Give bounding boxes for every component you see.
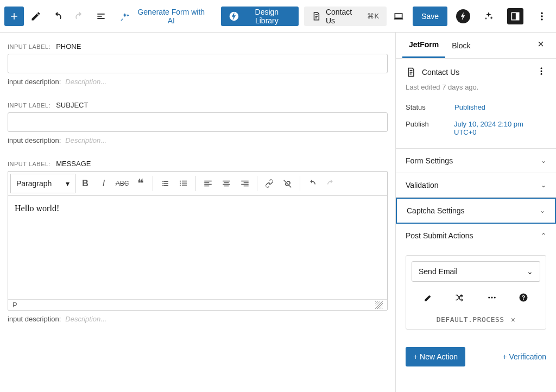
svg-point-5	[541, 18, 542, 20]
more-action-button[interactable]	[487, 293, 497, 305]
input-label-value[interactable]: MESSAGE	[56, 160, 91, 168]
phone-input[interactable]	[8, 54, 388, 73]
blockquote-button[interactable]: ❝	[132, 174, 149, 193]
bolt-icon	[456, 9, 470, 23]
sidebar-icon	[507, 8, 523, 24]
document-title-pill[interactable]: Contact Us ⌘K	[304, 7, 387, 26]
jet-plugin-button[interactable]	[452, 7, 475, 26]
magic-wand-icon	[119, 11, 130, 22]
redo-icon	[74, 11, 85, 22]
document-outline-button[interactable]	[91, 7, 111, 26]
tab-block[interactable]: Block	[445, 34, 477, 58]
panel-form-settings[interactable]: Form Settings ⌄	[396, 149, 556, 173]
rich-text-editor: Paragraph ▾ B I ABC ❝	[8, 171, 388, 311]
svg-point-8	[541, 73, 542, 75]
redo-button[interactable]	[70, 7, 89, 26]
ai-sparkle-button[interactable]	[479, 7, 498, 26]
sidebar-toggle-button[interactable]	[503, 7, 528, 26]
help-icon: ?	[519, 293, 528, 302]
generate-ai-label: Generate Form with AI	[134, 8, 209, 25]
help-button[interactable]: ?	[519, 293, 528, 305]
rich-text-body[interactable]: Hello world!	[8, 196, 387, 299]
doc-actions-button[interactable]	[536, 66, 546, 78]
action-type-label: Send Email	[419, 267, 458, 276]
separator	[257, 176, 257, 191]
align-right-button[interactable]	[236, 174, 254, 193]
editor-undo-button[interactable]	[304, 174, 321, 193]
kebab-icon	[536, 66, 546, 76]
panel-captcha-settings[interactable]: Captcha Settings ⌄	[396, 198, 556, 224]
link-icon	[264, 179, 274, 188]
publish-value[interactable]: July 10, 2024 2:10 pm UTC+0	[454, 120, 546, 136]
new-action-label: + New Action	[413, 352, 458, 361]
save-button[interactable]: Save	[413, 7, 447, 26]
more-options-button[interactable]	[532, 7, 552, 26]
format-select[interactable]: Paragraph ▾	[10, 174, 75, 193]
verification-link[interactable]: + Verification	[502, 352, 546, 361]
undo-button[interactable]	[48, 7, 67, 26]
input-label-value[interactable]: SUBJECT	[56, 101, 88, 109]
number-list-icon	[179, 179, 188, 188]
panel-post-submit-actions[interactable]: Post Submit Actions ⌃	[396, 224, 556, 248]
svg-rect-2	[516, 12, 519, 20]
strikethrough-button[interactable]: ABC	[113, 174, 131, 193]
status-value[interactable]: Published	[454, 103, 485, 111]
add-block-button[interactable]	[4, 7, 24, 26]
tab-jetform[interactable]: JetForm	[402, 33, 445, 58]
last-edited-text: Last edited 7 days ago.	[406, 83, 546, 91]
panel-label: Captcha Settings	[407, 206, 465, 215]
desc-placeholder[interactable]: Description...	[65, 136, 106, 144]
desc-placeholder[interactable]: Description...	[65, 78, 106, 86]
chevron-down-icon: ⌄	[540, 207, 545, 214]
subject-input[interactable]	[8, 112, 388, 132]
panel-validation[interactable]: Validation ⌄	[396, 173, 556, 198]
edit-mode-button[interactable]	[26, 7, 46, 26]
editor-redo-button[interactable]	[322, 174, 339, 193]
preview-device-button[interactable]	[389, 7, 408, 26]
input-label-prefix: INPUT LABEL:	[8, 161, 50, 167]
unlink-button[interactable]	[279, 174, 296, 193]
svg-point-4	[541, 15, 542, 17]
sidebar-doc-title: Contact Us	[422, 68, 531, 77]
editor-canvas[interactable]: INPUT LABEL: PHONE input description: De…	[0, 33, 395, 392]
unlink-icon	[283, 179, 293, 188]
align-left-button[interactable]	[199, 174, 217, 193]
design-library-label: Design Library	[243, 8, 292, 25]
editor-status-path[interactable]: P	[12, 301, 17, 309]
separator	[153, 176, 153, 191]
panel-label: Validation	[406, 181, 438, 189]
bullet-list-button[interactable]	[156, 174, 174, 193]
design-library-button[interactable]: Design Library	[221, 7, 299, 26]
bold-button[interactable]: B	[77, 174, 94, 193]
document-title: Contact Us	[326, 8, 363, 25]
action-type-select[interactable]: Send Email ⌄	[412, 261, 540, 282]
edit-action-button[interactable]	[424, 293, 433, 305]
redo-icon	[326, 179, 336, 188]
strike-icon: ABC	[116, 180, 129, 187]
desc-label: input description:	[8, 78, 61, 86]
desc-label: input description:	[8, 315, 61, 323]
bold-icon: B	[82, 179, 89, 188]
list-icon	[96, 11, 106, 22]
save-label: Save	[421, 12, 439, 21]
close-sidebar-button[interactable]	[532, 35, 549, 55]
align-center-button[interactable]	[218, 174, 235, 193]
format-select-label: Paragraph	[16, 179, 52, 188]
resize-handle[interactable]	[375, 301, 383, 309]
new-action-button[interactable]: + New Action	[406, 347, 465, 366]
link-button[interactable]	[261, 174, 278, 193]
pencil-icon	[424, 293, 433, 302]
action-tag: DEFAULT.PROCESS ✕	[406, 310, 546, 329]
action-card: Send Email ⌄ ? DEFAULT.PROCESS ✕	[406, 255, 546, 330]
generate-ai-button[interactable]: Generate Form with AI	[113, 7, 216, 26]
number-list-button[interactable]	[175, 174, 192, 193]
conditions-button[interactable]	[455, 293, 465, 305]
svg-point-11	[494, 297, 495, 299]
desc-placeholder[interactable]: Description...	[65, 315, 106, 323]
settings-sidebar: JetForm Block Contact Us Last edited 7 d…	[395, 33, 556, 392]
panel-label: Post Submit Actions	[406, 231, 473, 240]
panel-label: Form Settings	[406, 156, 453, 165]
input-label-value[interactable]: PHONE	[56, 42, 81, 50]
italic-button[interactable]: I	[95, 174, 112, 193]
remove-tag-button[interactable]: ✕	[511, 315, 515, 324]
